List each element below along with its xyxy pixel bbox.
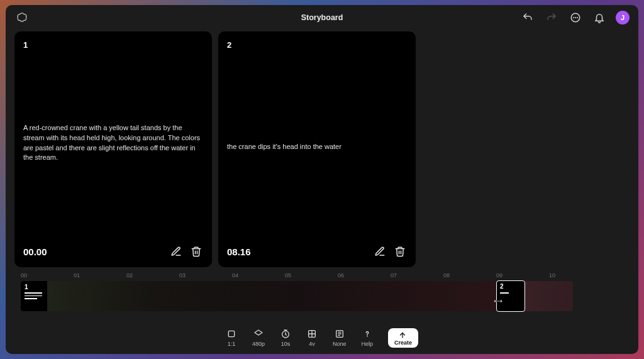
timeline-track[interactable]: 1 2 — [21, 281, 623, 311]
avatar[interactable]: J — [616, 11, 630, 25]
delete-button[interactable] — [393, 245, 407, 258]
delete-button[interactable] — [189, 245, 203, 258]
timeline: 00 01 02 03 04 05 06 07 08 09 10 1 2 — [6, 272, 638, 321]
ruler-tick: 09 — [496, 272, 549, 281]
storyboard-cards: 1 A red-crowned crane with a yellow tail… — [6, 30, 638, 272]
svg-point-1 — [574, 18, 574, 18]
redo-button[interactable] — [544, 10, 559, 25]
ruler-tick: 05 — [285, 272, 338, 281]
toolbar-label: None — [333, 341, 347, 347]
card-number: 2 — [227, 40, 407, 50]
notifications-button[interactable] — [592, 10, 607, 25]
timeline-clip[interactable]: 1 — [21, 281, 496, 311]
toolbar-label: 1:1 — [228, 341, 236, 347]
ruler-tick: 00 — [21, 272, 74, 281]
ruler-tick: 01 — [74, 272, 126, 281]
resolution-button[interactable]: 480p — [252, 328, 265, 347]
bottom-toolbar: 1:1 480p 10s 4v None — [6, 321, 638, 354]
clip-preview — [47, 281, 496, 311]
toolbar-label: 4v — [309, 341, 315, 347]
resolution-icon — [253, 328, 264, 340]
timeline-ruler: 00 01 02 03 04 05 06 07 08 09 10 — [21, 272, 623, 281]
aspect-icon — [226, 328, 237, 340]
svg-point-3 — [577, 18, 578, 18]
storyboard-card[interactable]: 1 A red-crowned crane with a yellow tail… — [14, 31, 212, 267]
clip-text-icon — [25, 292, 42, 299]
card-description: the crane dips it's head into the water — [227, 142, 407, 152]
ruler-tick: 06 — [338, 272, 391, 281]
create-button[interactable]: Create — [388, 328, 418, 348]
upload-icon — [398, 331, 408, 340]
ruler-tick: 07 — [391, 272, 443, 281]
duration-button[interactable]: 10s — [280, 328, 291, 347]
toolbar-label: 10s — [281, 341, 291, 347]
logo-icon[interactable] — [14, 10, 30, 25]
edit-button[interactable] — [373, 245, 387, 258]
undo-button[interactable] — [520, 10, 535, 25]
clip-number: 1 — [25, 284, 28, 290]
clip-text-icon — [500, 292, 509, 294]
help-button[interactable]: Help — [362, 328, 374, 347]
header-bar: Storyboard J — [6, 5, 638, 30]
storyboard-card[interactable]: 2 the crane dips it's head into the wate… — [218, 31, 416, 267]
card-description: A red-crowned crane with a yellow tail s… — [23, 123, 203, 163]
ruler-tick: 03 — [179, 272, 232, 281]
ruler-tick: 08 — [443, 272, 496, 281]
svg-point-8 — [367, 336, 367, 336]
ruler-tick: 10 — [549, 272, 602, 281]
timeline-clip-handle[interactable]: 2 — [496, 280, 525, 312]
ruler-tick: 02 — [126, 272, 179, 281]
toolbar-label: Create — [394, 340, 412, 346]
aspect-ratio-button[interactable]: 1:1 — [226, 328, 237, 347]
style-button[interactable]: None — [333, 328, 347, 347]
svg-point-2 — [575, 18, 576, 18]
app-window: Storyboard J 1 A red-crowned crane with … — [6, 5, 638, 354]
edit-button[interactable] — [169, 245, 183, 258]
toolbar-label: 480p — [252, 341, 265, 347]
style-icon — [334, 328, 345, 340]
card-timestamp: 08.16 — [227, 246, 251, 257]
variations-button[interactable]: 4v — [306, 328, 318, 347]
svg-rect-4 — [228, 331, 234, 336]
toolbar-label: Help — [362, 341, 374, 347]
card-timestamp: 00.00 — [23, 246, 47, 257]
clock-icon — [280, 328, 291, 340]
card-number: 1 — [23, 40, 203, 50]
clip-number: 2 — [500, 283, 504, 290]
ruler-tick: 04 — [232, 272, 285, 281]
more-button[interactable] — [568, 10, 583, 25]
help-icon — [362, 328, 373, 340]
grid-icon — [306, 328, 318, 340]
